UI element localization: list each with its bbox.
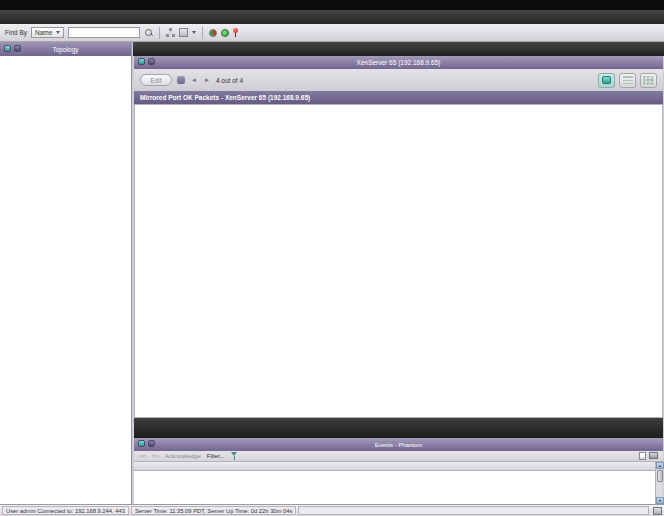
two-column-view-button[interactable]: [619, 73, 636, 88]
hierarchy-icon[interactable]: [166, 28, 175, 37]
document-tab-bar: [133, 42, 664, 56]
chart-header: Mirrored Port OK Packets - XenServer 65 …: [134, 91, 663, 104]
chevron-down-icon: [56, 31, 60, 34]
status-bar: User admin Connected to: 192.168.9.244, …: [0, 504, 664, 516]
server-time-status: Server Time: 11:35:09 PDT, Server Up Tim…: [131, 506, 296, 515]
topology-panel-header: Topology: [0, 42, 131, 56]
edit-button[interactable]: Edit: [140, 74, 172, 86]
find-by-value: Name: [35, 29, 52, 36]
toolbar-divider: [159, 27, 160, 39]
chevron-down-icon[interactable]: [192, 31, 196, 34]
prev-chart-button[interactable]: ◄: [190, 77, 198, 83]
toolbar-divider: [202, 27, 203, 39]
chart-title: Mirrored Port OK Packets - XenServer 65 …: [140, 94, 310, 101]
panel-icon[interactable]: [4, 45, 11, 52]
line-chart[interactable]: [135, 105, 660, 417]
scroll-up-arrow[interactable]: ▲: [656, 462, 664, 469]
filter-funnel-icon[interactable]: [231, 452, 238, 460]
screen-icon[interactable]: [653, 507, 662, 515]
events-tab-bar: [134, 418, 663, 438]
table-scrollbar[interactable]: ▲ ▼: [655, 462, 663, 504]
acknowledge-button[interactable]: Acknowledge: [165, 453, 201, 459]
panel-icon[interactable]: [148, 58, 155, 65]
grid3-icon: [643, 76, 654, 85]
events-title-bar: Events - Phantom: [134, 438, 663, 451]
search-input[interactable]: [68, 27, 140, 38]
topology-panel: Topology: [0, 42, 132, 504]
find-by-label: Find By: [5, 29, 27, 36]
status-spacer: [298, 506, 649, 515]
chart-count-label: 4 out of 4: [216, 77, 243, 84]
layers-icon[interactable]: [179, 28, 188, 37]
events-toolbar: << >> Acknowledge Filter...: [134, 451, 663, 462]
app-window: Find By Name Topology: [0, 0, 664, 516]
globe-icon[interactable]: [221, 29, 229, 37]
device-title: XenServer 65 (192.168.9.65): [357, 59, 441, 66]
grid-view-button[interactable]: [640, 73, 657, 88]
menu-bar: [0, 0, 664, 10]
search-toolbar: Find By Name: [0, 24, 664, 42]
device-title-bar: XenServer 65 (192.168.9.65): [134, 56, 663, 69]
chart-toolbar: Edit ◄ ► 4 out of 4: [134, 69, 663, 91]
single-chart-view-button[interactable]: [598, 73, 615, 88]
panel-icon[interactable]: [138, 440, 145, 447]
connection-status: User admin Connected to: 192.168.9.244, …: [2, 506, 129, 515]
scroll-thumb[interactable]: [657, 470, 664, 482]
pin-icon[interactable]: [233, 28, 239, 37]
panel-icon[interactable]: [14, 45, 21, 52]
events-title: Events - Phantom: [375, 442, 423, 448]
grid2-icon: [623, 76, 633, 85]
main-panel: XenServer 65 (192.168.9.65) Edit ◄ ► 4 o…: [133, 42, 664, 504]
topology-panel-title: Topology: [52, 46, 78, 53]
panel-icon[interactable]: [138, 58, 145, 65]
next-chart-button[interactable]: ►: [203, 77, 211, 83]
print-icon[interactable]: [649, 452, 658, 459]
events-table-header: [134, 462, 663, 471]
snapshot-icon[interactable]: [177, 76, 185, 84]
events-table: [134, 471, 655, 504]
export-icon[interactable]: [639, 452, 646, 460]
app-tab-bar: [0, 10, 664, 24]
chart-area: [134, 104, 663, 418]
panel-icon[interactable]: [148, 440, 155, 447]
filter-button[interactable]: Filter...: [207, 453, 225, 459]
chart-view-icon: [602, 76, 611, 84]
find-by-dropdown[interactable]: Name: [31, 27, 64, 38]
topology-tree: [0, 56, 131, 60]
page-prev-button[interactable]: <<: [139, 453, 146, 459]
pie-icon[interactable]: [209, 29, 217, 37]
scroll-down-arrow[interactable]: ▼: [656, 497, 664, 504]
search-icon[interactable]: [144, 28, 153, 37]
page-next-button[interactable]: >>: [152, 453, 159, 459]
